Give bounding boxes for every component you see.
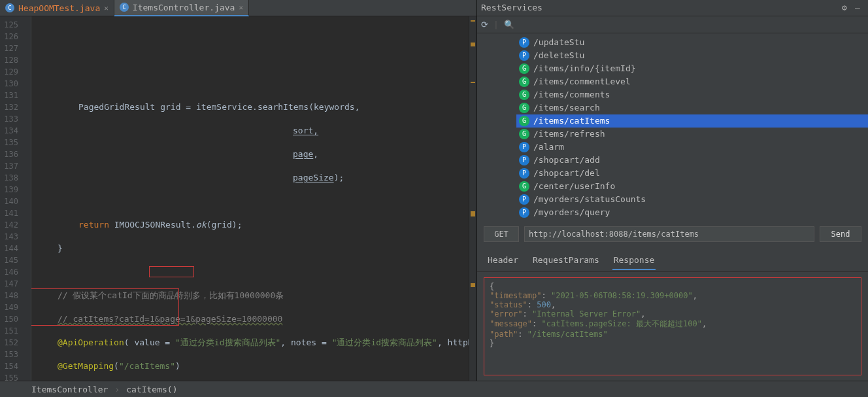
line-number: 135 [0,137,18,148]
chevron-right-icon: › [114,385,120,394]
line-number: 141 [0,207,18,219]
post-method-icon: P [519,50,529,61]
endpoint-item[interactable]: P/alarm [516,141,868,154]
breadcrumb-method[interactable]: catItems() [126,385,177,394]
line-number: 136 [0,148,18,160]
response-body[interactable]: { "timestamp": "2021-05-06T08:58:19.309+… [484,277,861,375]
endpoint-item[interactable]: P/shopcart/add [516,154,868,167]
fold-column [22,16,31,381]
endpoint-item[interactable]: P/updateStu [516,36,868,49]
endpoint-path: /items/catItems [533,116,610,126]
post-method-icon: P [519,207,529,218]
post-method-icon: P [519,155,529,165]
endpoint-path: /center/userInfo [533,181,615,191]
line-number: 126 [0,31,18,43]
line-number: 144 [0,243,18,254]
endpoint-path: /deleteStu [533,50,584,60]
response-tabs: Header RequestParams Response [477,249,868,272]
minimize-icon[interactable]: — [851,1,864,14]
code-line: page [293,149,313,159]
get-method-icon: G [519,103,529,113]
endpoint-item[interactable]: G/items/refresh [516,128,868,141]
line-number: 154 [0,360,18,372]
line-number: 133 [0,113,18,125]
tab-itemscontroller[interactable]: C ItemsController.java ✕ [114,0,249,16]
get-method-icon: G [519,90,529,100]
search-icon[interactable]: 🔍 [504,20,514,29]
endpoint-search-input[interactable] [520,18,864,30]
line-number: 151 [0,325,18,337]
close-icon[interactable]: ✕ [239,3,243,12]
endpoint-list: P/updateStuP/deleteStuG/items/info/{item… [477,33,868,218]
line-number: 150 [0,313,18,325]
endpoint-item[interactable]: G/items/info/{itemId} [516,62,868,75]
endpoint-path: /items/info/{itemId} [533,63,636,73]
tab-header[interactable]: Header [486,252,520,270]
line-number: 145 [0,254,18,266]
endpoint-item[interactable]: G/items/search [516,101,868,114]
endpoint-path: /shopcart/add [533,155,600,165]
breadcrumb: ItemsController › catItems() [0,381,868,397]
get-method-icon: G [519,63,529,74]
line-number: 137 [0,160,18,172]
post-method-icon: P [519,168,529,179]
endpoint-item[interactable]: P/myorders/statusCounts [516,193,868,206]
line-number: 148 [0,290,18,302]
close-icon[interactable]: ✕ [104,4,108,12]
endpoint-item[interactable]: G/center/userInfo [516,180,868,193]
code-line: pageSize [293,173,334,182]
get-method-icon: G [519,116,529,126]
endpoint-path: /items/comments [533,90,610,99]
line-number: 127 [0,43,18,54]
line-number: 134 [0,125,18,137]
rest-services-panel: RestServices ⚙ — ⟳ | 🔍 P/updateStuP/dele… [477,0,868,381]
endpoint-item[interactable]: P/myorders/query [516,206,868,218]
gear-icon[interactable]: ⚙ [838,1,851,14]
line-number: 139 [0,184,18,196]
post-method-icon: P [519,142,529,152]
java-file-icon: C [120,3,129,12]
line-number: 130 [0,78,18,90]
line-number: 152 [0,337,18,349]
get-method-icon: G [519,129,529,139]
post-method-icon: P [519,37,529,48]
endpoint-path: /shopcart/del [533,168,600,178]
send-button[interactable]: Send [820,226,861,242]
endpoint-path: /myorders/query [533,207,610,217]
endpoint-item[interactable]: G/items/catItems [516,114,868,128]
line-number: 153 [0,349,18,360]
tab-heapoom[interactable]: C HeapOOMTest.java ✕ [0,0,114,16]
line-number: 129 [0,66,18,78]
endpoint-path: /items/refresh [533,129,605,139]
endpoint-item[interactable]: P/deleteStu [516,49,868,62]
refresh-icon[interactable]: ⟳ [481,20,488,29]
java-file-icon: C [5,3,14,12]
http-method-select[interactable]: GET [484,226,519,242]
breadcrumb-class[interactable]: ItemsController [31,385,108,394]
code-editor[interactable]: PagedGridResult grid = itemService.searh… [31,16,469,381]
minimap[interactable] [469,16,476,381]
post-method-icon: P [519,194,529,205]
line-number: 143 [0,231,18,243]
code-line: sort, [293,126,318,135]
endpoint-path: /updateStu [533,37,584,47]
line-number: 138 [0,172,18,184]
tab-response[interactable]: Response [612,252,656,270]
code-line: PagedGridResult grid = itemService.searh… [78,102,359,112]
request-url-input[interactable] [524,226,814,242]
endpoint-path: /items/search [533,103,600,112]
line-number: 155 [0,372,18,381]
line-number: 147 [0,278,18,290]
line-gutter: 1251261271281291301311321331341351361371… [0,16,22,381]
line-number: 128 [0,54,18,66]
line-number: 146 [0,266,18,278]
tab-label: HeapOOMTest.java [18,3,100,13]
line-number: 140 [0,196,18,207]
tab-request-params[interactable]: RequestParams [531,252,601,270]
line-number: 125 [0,19,18,31]
get-method-icon: G [519,77,529,87]
endpoint-item[interactable]: G/items/comments [516,88,868,101]
line-number: 131 [0,90,18,101]
endpoint-item[interactable]: P/shopcart/del [516,167,868,180]
endpoint-item[interactable]: G/items/commentLevel [516,75,868,88]
